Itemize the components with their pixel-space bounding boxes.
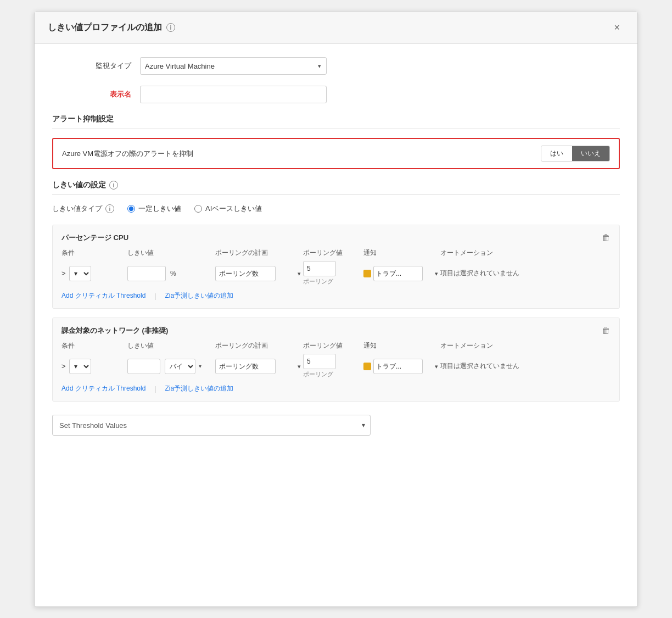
network-threshold-wrap: バイト ▾ [127, 359, 215, 374]
modal-header: しきい値プロファイルの追加 i × [35, 12, 637, 44]
cpu-col-notification-header: 通知 [363, 248, 440, 258]
cpu-notification-wrap: トラブ... ▾ [363, 266, 440, 281]
network-notification-arrow-icon: ▾ [435, 363, 438, 370]
monitoring-type-select[interactable]: Azure Virtual Machine [140, 57, 327, 75]
threshold-type-info-icon[interactable]: i [105, 204, 114, 213]
network-automation-text: 項目は選択されていません [440, 361, 519, 371]
cpu-automation-wrap: 項目は選択されていません [440, 269, 550, 278]
cpu-polling-val-input[interactable] [303, 261, 336, 276]
network-notification-badge-color [363, 363, 371, 370]
footer-select-wrap: Set Threshold Values ▾ [52, 415, 371, 436]
network-col-notification-header: 通知 [363, 341, 440, 350]
metric-block-network: 課金対象のネットワーク (非推奨) 🗑 条件 しきい値 ポーリングの計画 ポーリ… [52, 318, 620, 402]
network-condition-wrap: > ▾ [61, 359, 127, 374]
network-col-polling-plan-header: ポーリングの計画 [215, 341, 303, 350]
metric-cpu-delete-button[interactable]: 🗑 [602, 233, 611, 243]
threshold-type-fixed-label[interactable]: 一定しきい値 [127, 204, 181, 214]
modal-title: しきい値プロファイルの追加 i [48, 22, 175, 34]
cpu-condition-wrap: > ▾ [61, 266, 127, 281]
monitoring-type-select-wrap: Azure Virtual Machine ▾ [140, 57, 327, 75]
modal-body: 監視タイプ Azure Virtual Machine ▾ 表示名 アラート抑制… [35, 44, 637, 449]
metric-network-delete-button[interactable]: 🗑 [602, 326, 611, 336]
modal-title-text: しきい値プロファイルの追加 [48, 22, 162, 34]
network-col-condition-header: 条件 [61, 341, 127, 350]
threshold-type-fixed-radio[interactable] [127, 205, 135, 213]
modal-close-button[interactable]: × [609, 20, 624, 35]
cpu-col-condition-header: 条件 [61, 248, 127, 258]
metric-cpu-header-row: 条件 しきい値 ポーリングの計画 ポーリング値 通知 オートメーション [61, 248, 611, 258]
network-threshold-unit-select[interactable]: バイト [165, 359, 195, 374]
network-condition-select[interactable]: ▾ [69, 359, 91, 374]
cpu-add-critical-button[interactable]: Add クリティカル Threshold [61, 291, 145, 300]
cpu-threshold-input[interactable] [127, 266, 166, 281]
set-threshold-select[interactable]: Set Threshold Values [52, 415, 371, 436]
network-condition-gt: > [61, 362, 66, 370]
threshold-divider [52, 194, 620, 195]
network-threshold-input[interactable] [127, 359, 160, 374]
network-notification-select[interactable]: トラブ... [373, 359, 423, 374]
network-polling-plan-wrap: ポーリング数 ▾ [215, 359, 303, 374]
threshold-info-icon[interactable]: i [109, 181, 118, 190]
threshold-section-title: しきい値の設定 [52, 180, 106, 190]
alert-suppression-text: Azure VM電源オフの際のアラートを抑制 [62, 149, 193, 159]
threshold-type-ai-radio[interactable] [194, 205, 202, 213]
network-col-automation-header: オートメーション [440, 341, 550, 350]
modal-title-info-icon[interactable]: i [166, 23, 175, 32]
metric-cpu-title-row: パーセンテージ CPU 🗑 [61, 233, 611, 243]
cpu-link-separator: | [154, 292, 156, 300]
cpu-polling-plan-select[interactable]: ポーリング数 [215, 266, 276, 281]
network-add-critical-button[interactable]: Add クリティカル Threshold [61, 384, 145, 393]
metric-network-data-row: > ▾ バイト ▾ ポーリング数 [61, 354, 611, 378]
network-link-separator: | [154, 385, 156, 393]
network-polling-sub-text: ポーリング [303, 370, 333, 378]
network-polling-plan-arrow-icon: ▾ [298, 363, 301, 370]
network-threshold-unit-arrow: ▾ [199, 363, 201, 369]
alert-suppression-box: Azure VM電源オフの際のアラートを抑制 はい いいえ [52, 138, 620, 169]
cpu-polling-plan-arrow-icon: ▾ [298, 270, 301, 277]
cpu-col-automation-header: オートメーション [440, 248, 550, 258]
cpu-threshold-wrap: % [127, 266, 215, 281]
display-name-row: 表示名 [52, 86, 620, 103]
threshold-type-ai-label[interactable]: AIベースしきい値 [194, 204, 262, 214]
cpu-condition-select[interactable]: ▾ [69, 266, 91, 281]
alert-suppression-title: アラート抑制設定 [52, 114, 620, 124]
metric-cpu-data-row: > ▾ % ポーリング数 ▾ [61, 261, 611, 286]
metric-block-cpu: パーセンテージ CPU 🗑 条件 しきい値 ポーリングの計画 ポーリング値 通知… [52, 225, 620, 309]
network-polling-val-input[interactable] [303, 354, 336, 369]
cpu-polling-plan-wrap: ポーリング数 ▾ [215, 266, 303, 281]
threshold-section-title-row: しきい値の設定 i [52, 180, 620, 190]
alert-suppression-toggle: はい いいえ [541, 146, 610, 162]
modal-container: しきい値プロファイルの追加 i × 監視タイプ Azure Virtual Ma… [34, 11, 638, 607]
network-polling-val-wrap: ポーリング [303, 354, 363, 378]
cpu-threshold-unit: % [170, 270, 176, 277]
network-automation-wrap: 項目は選択されていません [440, 361, 550, 371]
cpu-notification-select[interactable]: トラブ... [373, 266, 423, 281]
cpu-col-threshold-header: しきい値 [127, 248, 215, 258]
monitoring-type-row: 監視タイプ Azure Virtual Machine ▾ [52, 57, 620, 75]
alert-suppression-divider [52, 129, 620, 129]
alert-suppression-yes-button[interactable]: はい [541, 146, 572, 161]
metric-network-link-row: Add クリティカル Threshold | Zia予測しきい値の追加 [61, 384, 611, 393]
metric-cpu-title: パーセンテージ CPU [61, 233, 128, 243]
display-name-input[interactable] [140, 86, 327, 103]
cpu-polling-val-wrap: ポーリング [303, 261, 363, 286]
metric-network-title: 課金対象のネットワーク (非推奨) [61, 326, 168, 336]
cpu-add-zia-button[interactable]: Zia予測しきい値の追加 [165, 291, 234, 300]
alert-suppression-no-button[interactable]: いいえ [572, 146, 609, 161]
network-col-threshold-header: しきい値 [127, 341, 215, 350]
threshold-type-label: しきい値タイプ i [52, 204, 114, 214]
cpu-condition-gt: > [61, 269, 66, 277]
network-notification-wrap: トラブ... ▾ [363, 359, 440, 374]
network-polling-plan-select[interactable]: ポーリング数 [215, 359, 276, 374]
threshold-type-row: しきい値タイプ i 一定しきい値 AIベースしきい値 [52, 204, 620, 214]
cpu-col-polling-val-header: ポーリング値 [303, 248, 363, 258]
cpu-notification-arrow-icon: ▾ [435, 270, 438, 277]
threshold-section: しきい値の設定 i しきい値タイプ i 一定しきい値 AIベースしきい値 [52, 180, 620, 402]
network-add-zia-button[interactable]: Zia予測しきい値の追加 [165, 384, 234, 393]
cpu-automation-text: 項目は選択されていません [440, 269, 519, 278]
cpu-notification-badge-color [363, 270, 371, 277]
footer-bar: Set Threshold Values ▾ [52, 415, 620, 436]
metric-network-title-row: 課金対象のネットワーク (非推奨) 🗑 [61, 326, 611, 336]
display-name-label: 表示名 [52, 90, 140, 99]
network-col-polling-val-header: ポーリング値 [303, 341, 363, 350]
